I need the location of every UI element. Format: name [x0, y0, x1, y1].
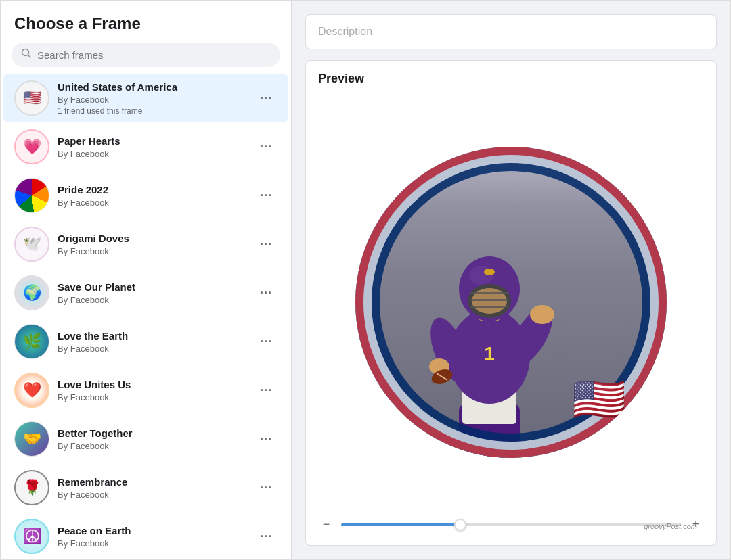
preview-title: Preview [318, 72, 704, 86]
frame-list-item[interactable]: ❤️ Love Unites Us By Facebook ··· [3, 366, 288, 415]
frame-info: Love Unites Us By Facebook [58, 378, 254, 402]
frame-author: By Facebook [58, 490, 254, 500]
frame-more-button[interactable]: ··· [254, 137, 278, 157]
frame-thumbnail: 🌹 [14, 470, 49, 505]
frame-more-button[interactable]: ··· [254, 332, 278, 352]
svg-text:1: 1 [484, 343, 495, 364]
frame-author: By Facebook [58, 344, 254, 354]
frame-info: Pride 2022 By Facebook [58, 183, 254, 208]
frame-thumbnail: 💗 [14, 129, 49, 164]
frame-name: Better Together [58, 427, 254, 440]
frame-more-button[interactable]: ··· [254, 478, 278, 498]
frame-author: By Facebook [58, 295, 254, 305]
main-container: Choose a Frame 🇺🇸 United States of Ameri… [0, 0, 731, 560]
frames-list: 🇺🇸 United States of America By Facebook … [1, 74, 291, 559]
svg-rect-20 [470, 299, 508, 301]
frame-list-item[interactable]: 🇺🇸 United States of America By Facebook … [3, 74, 288, 122]
frame-name: Pride 2022 [58, 183, 254, 197]
frame-name: Paper Hearts [58, 135, 254, 148]
search-icon [21, 48, 32, 62]
search-input[interactable] [37, 49, 271, 61]
svg-point-10 [530, 305, 554, 324]
frame-author: By Facebook [58, 149, 254, 159]
frame-info: Origami Doves By Facebook [58, 232, 254, 256]
watermark: groovyPost.com [644, 522, 697, 530]
frame-author: By Facebook [58, 246, 254, 256]
frame-list-item[interactable]: 🤝 Better Together By Facebook ··· [3, 415, 288, 463]
frame-list-item[interactable]: 🕊️ Origami Doves By Facebook ··· [3, 220, 288, 269]
frame-name: Origami Doves [58, 232, 254, 246]
slider-track[interactable] [341, 523, 681, 526]
slider-decrease-button[interactable]: − [318, 517, 334, 532]
preview-box: Preview [305, 60, 717, 546]
frame-name: Save Our Planet [58, 281, 254, 294]
frame-list-item[interactable]: 🌿 Love the Earth By Facebook ··· [3, 317, 288, 366]
frame-author: By Facebook [58, 95, 254, 105]
frame-thumbnail: 🤝 [14, 421, 49, 457]
svg-point-22 [484, 269, 495, 275]
frame-friend-note: 1 friend used this frame [58, 106, 254, 116]
description-box[interactable]: Description [305, 14, 717, 49]
frame-more-button[interactable]: ··· [254, 283, 278, 303]
frame-author: By Facebook [58, 441, 254, 451]
preview-image-wrapper: 1 [318, 95, 704, 509]
frame-author: By Facebook [58, 197, 254, 208]
frame-list-item[interactable]: Pride 2022 By Facebook ··· [3, 171, 288, 220]
svg-rect-21 [470, 306, 508, 308]
frame-info: Peace on Earth By Facebook [58, 524, 254, 549]
frame-thumbnail: 🌿 [14, 324, 49, 359]
frame-info: Remembrance By Facebook [58, 475, 254, 500]
frame-name: Peace on Earth [58, 524, 254, 538]
frame-info: Love the Earth By Facebook [58, 329, 254, 354]
frame-list-item[interactable]: 💗 Paper Hearts By Facebook ··· [3, 122, 288, 171]
right-panel: Description Preview [292, 1, 730, 559]
frame-name: Love Unites Us [58, 378, 254, 392]
frame-thumbnail [14, 178, 49, 213]
frame-thumbnail: ☮️ [14, 519, 49, 554]
frame-more-button[interactable]: ··· [254, 527, 278, 546]
page-title: Choose a Frame [1, 1, 291, 43]
description-placeholder: Description [318, 26, 372, 37]
svg-rect-19 [470, 292, 508, 294]
frame-thumbnail: 🕊️ [14, 227, 49, 262]
frame-list-item[interactable]: 🌍 Save Our Planet By Facebook ··· [3, 269, 288, 317]
frame-name: Remembrance [58, 475, 254, 489]
frame-thumbnail: 🌍 [14, 275, 49, 310]
frame-thumbnail: ❤️ [14, 373, 49, 408]
slider-fill [341, 523, 460, 526]
frame-more-button[interactable]: ··· [254, 381, 278, 400]
frame-thumbnail: 🇺🇸 [14, 80, 49, 116]
frame-author: By Facebook [58, 392, 254, 402]
search-bar[interactable] [12, 43, 280, 67]
frame-more-button[interactable]: ··· [254, 89, 278, 108]
slider-thumb[interactable] [454, 519, 466, 531]
frame-more-button[interactable]: ··· [254, 186, 278, 206]
frame-list-item[interactable]: ☮️ Peace on Earth By Facebook ··· [3, 512, 288, 559]
frame-more-button[interactable]: ··· [254, 429, 278, 449]
frame-info: Better Together By Facebook [58, 427, 254, 451]
svg-line-1 [28, 55, 31, 58]
frame-more-button[interactable]: ··· [254, 235, 278, 254]
left-panel: Choose a Frame 🇺🇸 United States of Ameri… [1, 1, 292, 559]
frame-info: Paper Hearts By Facebook [58, 135, 254, 159]
profile-circle: 1 [355, 147, 667, 458]
frame-list-item[interactable]: 🌹 Remembrance By Facebook ··· [3, 463, 288, 512]
frame-name: United States of America [58, 80, 254, 94]
usa-flag-emoji: 🇺🇸 [572, 377, 626, 421]
frame-name: Love the Earth [58, 329, 254, 343]
frame-info: United States of America By Facebook 1 f… [58, 80, 254, 116]
frame-info: Save Our Planet By Facebook [58, 281, 254, 305]
frame-author: By Facebook [58, 538, 254, 549]
